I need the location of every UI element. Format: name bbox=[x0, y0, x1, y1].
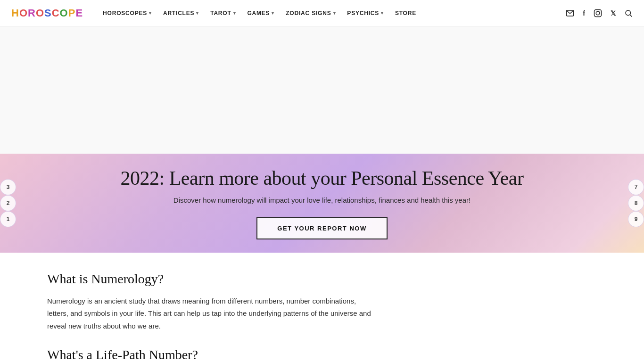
svg-point-3 bbox=[599, 11, 600, 12]
section1-heading: What is Numerology? bbox=[47, 272, 377, 287]
hero-title: 2022: Learn more about your Personal Ess… bbox=[121, 167, 524, 189]
svg-point-2 bbox=[596, 11, 600, 15]
facebook-icon[interactable]: f bbox=[583, 9, 585, 17]
right-number-badges: 7 8 9 bbox=[628, 179, 644, 227]
svg-line-5 bbox=[630, 15, 632, 16]
nav-item-psychics[interactable]: PSYCHICS ▾ bbox=[342, 7, 388, 19]
twitter-icon[interactable]: 𝕏 bbox=[611, 9, 616, 17]
left-badge-2[interactable]: 2 bbox=[0, 195, 16, 211]
nav-social-icons: f 𝕏 bbox=[566, 9, 633, 17]
ad-banner bbox=[0, 26, 644, 154]
nav-item-store[interactable]: STORE bbox=[390, 7, 421, 19]
nav-item-tarot[interactable]: TAROT ▾ bbox=[206, 7, 240, 19]
get-report-button[interactable]: GET YOUR REPORT NOW bbox=[256, 217, 387, 239]
nav-item-horoscopes[interactable]: HOROSCOPES ▾ bbox=[98, 7, 157, 19]
nav-item-zodiac-signs[interactable]: ZODIAC SIGNS ▾ bbox=[281, 7, 340, 19]
nav-item-games[interactable]: GAMES ▾ bbox=[242, 7, 279, 19]
left-badge-1[interactable]: 1 bbox=[0, 211, 16, 227]
right-badge-7[interactable]: 7 bbox=[628, 179, 644, 195]
main-nav: HOROSCOPE HOROSCOPES ▾ ARTICLES ▾ TAROT … bbox=[0, 0, 644, 26]
chevron-down-icon: ▾ bbox=[381, 11, 384, 16]
main-content: What is Numerology? Numerology is an anc… bbox=[0, 253, 424, 362]
left-number-badges: 3 2 1 bbox=[0, 179, 16, 227]
right-badge-8[interactable]: 8 bbox=[628, 195, 644, 211]
section1-body: Numerology is an ancient study that draw… bbox=[47, 295, 377, 332]
left-badge-3[interactable]: 3 bbox=[0, 179, 16, 195]
svg-point-4 bbox=[626, 10, 631, 16]
chevron-down-icon: ▾ bbox=[149, 11, 152, 16]
search-icon[interactable] bbox=[624, 9, 633, 17]
chevron-down-icon: ▾ bbox=[233, 11, 236, 16]
nav-item-articles[interactable]: ARTICLES ▾ bbox=[158, 7, 204, 19]
hero-content: 2022: Learn more about your Personal Ess… bbox=[102, 167, 543, 239]
email-icon[interactable] bbox=[566, 9, 574, 17]
svg-rect-1 bbox=[594, 9, 602, 16]
instagram-icon[interactable] bbox=[594, 9, 602, 17]
site-logo[interactable]: HOROSCOPE bbox=[11, 7, 83, 19]
hero-subtitle: Discover how numerology will impact your… bbox=[121, 196, 524, 204]
chevron-down-icon: ▾ bbox=[272, 11, 274, 16]
section2-heading: What's a Life-Path Number? bbox=[47, 347, 377, 362]
right-badge-9[interactable]: 9 bbox=[628, 211, 644, 227]
chevron-down-icon: ▾ bbox=[196, 11, 199, 16]
chevron-down-icon: ▾ bbox=[333, 11, 336, 16]
hero-section: 3 2 1 7 8 9 2022: Learn more about your … bbox=[0, 154, 644, 253]
nav-links: HOROSCOPES ▾ ARTICLES ▾ TAROT ▾ GAMES ▾ … bbox=[98, 7, 566, 19]
